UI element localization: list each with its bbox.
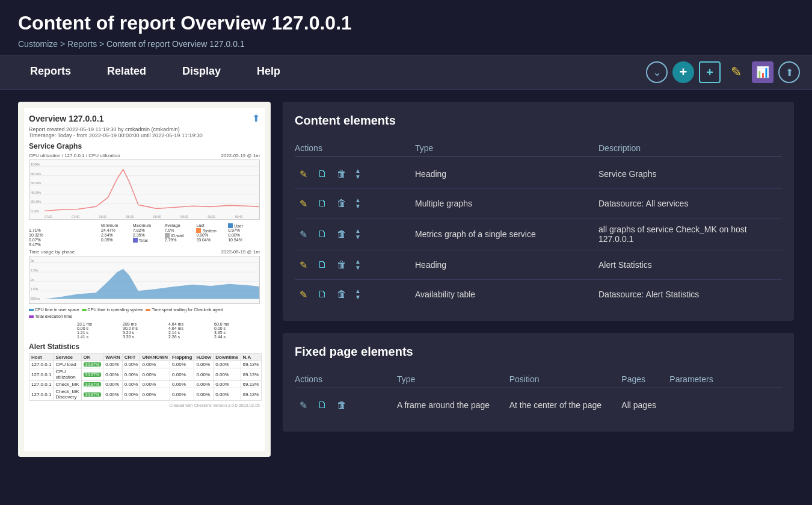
- preview-time-chart: 3s 2.50s 2s 1.50s 500ms: [29, 256, 260, 304]
- svg-text:3s: 3s: [31, 259, 34, 262]
- nav-help[interactable]: Help: [239, 55, 298, 89]
- fixed-row1-position: At the center of the page: [509, 400, 622, 410]
- svg-text:09:20: 09:20: [208, 215, 216, 218]
- sort-arrows[interactable]: ▲ ▼: [355, 228, 361, 240]
- row4-desc: Alert Statistics: [598, 260, 782, 270]
- copy-icon[interactable]: 🗋: [314, 166, 331, 182]
- svg-text:80.0%: 80.0%: [31, 172, 42, 176]
- copy-icon[interactable]: 🗋: [314, 195, 331, 212]
- pencil-icon[interactable]: ✎: [295, 286, 312, 303]
- svg-text:2s: 2s: [31, 277, 34, 281]
- nav-icons: ⌄ + + ✎ 📊 ⬆: [646, 61, 800, 83]
- pencil-icon[interactable]: ✎: [295, 195, 312, 212]
- breadcrumb-sep2: >: [99, 39, 106, 49]
- row3-type: Metrics graph of a single service: [415, 229, 598, 239]
- pencil-icon[interactable]: ✎: [295, 397, 312, 414]
- trash-icon[interactable]: 🗑: [333, 286, 350, 303]
- preview-stats-table: HostServiceOKWARNCRITUNKNOWNFlappingH.Do…: [29, 353, 262, 401]
- pencil-icon[interactable]: ✎: [295, 226, 312, 243]
- svg-text:2.50s: 2.50s: [31, 268, 38, 272]
- sort-arrows[interactable]: ▲ ▼: [355, 259, 361, 271]
- fixed-elements-title: Fixed page elements: [295, 345, 782, 359]
- row4-type: Heading: [415, 260, 598, 270]
- fixed-actions-header: Actions: [295, 374, 397, 384]
- svg-text:40.0%: 40.0%: [31, 190, 42, 194]
- trash-icon[interactable]: 🗑: [333, 256, 350, 273]
- row1-desc: Service Graphs: [598, 169, 782, 179]
- svg-text:09:00: 09:00: [180, 215, 188, 218]
- actions-header: Actions: [295, 143, 415, 153]
- row5-type: Availability table: [415, 290, 598, 299]
- copy-icon[interactable]: 🗋: [314, 397, 331, 414]
- row2-actions: ✎ 🗋 🗑 ▲ ▼: [295, 195, 415, 212]
- preview-inner: Overview 127.0.0.1 ⬆ Report created 2022…: [24, 108, 265, 451]
- preview-cpu-chart: 100% 80.0% 60.0% 40.0% 20.0% 0.0% 07:20 …: [29, 160, 260, 220]
- fixed-position-header: Position: [509, 374, 622, 384]
- pencil-icon[interactable]: ✎: [295, 166, 312, 182]
- nav-display[interactable]: Display: [164, 55, 239, 89]
- nav-related[interactable]: Related: [89, 55, 164, 89]
- row1-actions: ✎ 🗋 🗑 ▲ ▼: [295, 166, 415, 182]
- chevron-down-icon[interactable]: ⌄: [646, 61, 668, 83]
- breadcrumb: Customize > Reports > Content of report …: [18, 39, 794, 49]
- svg-text:09:40: 09:40: [235, 215, 243, 218]
- table-row: ✎ 🗋 🗑 ▲ ▼ Availability table Datasource:…: [295, 280, 782, 309]
- breadcrumb-sep1: >: [60, 39, 67, 49]
- breadcrumb-current: Content of report Overview 127.0.0.1: [106, 39, 245, 49]
- trash-icon[interactable]: 🗑: [333, 226, 350, 243]
- row3-actions: ✎ 🗋 🗑 ▲ ▼: [295, 226, 415, 243]
- preview-meta: Report created 2022-05-19 11:19:30 by cm…: [29, 126, 260, 138]
- row2-type: Multiple graphs: [415, 199, 598, 208]
- table-row: ✎ 🗋 🗑 A frame around the page At the cen…: [295, 391, 782, 420]
- chart-icon[interactable]: 📊: [752, 61, 774, 83]
- type-header: Type: [415, 143, 598, 153]
- sort-arrows[interactable]: ▲ ▼: [355, 288, 361, 300]
- description-header: Description: [598, 143, 782, 153]
- sort-arrows[interactable]: ▲ ▼: [355, 197, 361, 209]
- copy-icon[interactable]: 🗋: [314, 256, 331, 273]
- row3-desc: all graphs of service Check_MK on host 1…: [598, 225, 782, 244]
- right-panel: Content elements Actions Type Descriptio…: [283, 102, 794, 457]
- row5-desc: Datasource: Alert Statistics: [598, 290, 782, 299]
- table-row: ✎ 🗋 🗑 ▲ ▼ Heading Service Graphs: [295, 160, 782, 189]
- row2-desc: Datasource: All services: [598, 199, 782, 208]
- add-circle-icon[interactable]: +: [672, 61, 694, 83]
- svg-text:07:20: 07:20: [45, 215, 52, 218]
- pencil-icon[interactable]: ✎: [295, 256, 312, 273]
- fixed-row1-actions: ✎ 🗋 🗑: [295, 397, 397, 414]
- nav-bar: Reports Related Display Help ⌄ + + ✎ 📊 ⬆: [0, 55, 812, 90]
- svg-text:20.0%: 20.0%: [31, 199, 42, 203]
- row1-type: Heading: [415, 169, 598, 179]
- table-row: ✎ 🗋 🗑 ▲ ▼ Metrics graph of a single serv…: [295, 218, 782, 250]
- trash-icon[interactable]: 🗑: [333, 397, 350, 414]
- upload-icon[interactable]: ⬆: [778, 61, 800, 83]
- svg-text:500ms: 500ms: [31, 297, 40, 300]
- svg-text:100%: 100%: [31, 162, 40, 166]
- sort-arrows[interactable]: ▲ ▼: [355, 168, 361, 180]
- svg-text:07:40: 07:40: [72, 215, 79, 218]
- fixed-pages-header: Pages: [621, 374, 669, 384]
- copy-icon[interactable]: 🗋: [314, 226, 331, 243]
- breadcrumb-reports[interactable]: Reports: [67, 39, 97, 49]
- breadcrumb-customize[interactable]: Customize: [18, 39, 58, 49]
- fixed-row1-pages: All pages: [621, 400, 669, 410]
- main-content: Overview 127.0.0.1 ⬆ Report created 2022…: [0, 90, 812, 469]
- preview-panel: Overview 127.0.0.1 ⬆ Report created 2022…: [18, 102, 271, 457]
- fixed-page-elements-card: Fixed page elements Actions Type Positio…: [283, 333, 794, 432]
- svg-text:60.0%: 60.0%: [31, 181, 42, 185]
- page-title: Content of report Overview 127.0.0.1: [18, 12, 794, 34]
- copy-icon[interactable]: 🗋: [314, 286, 331, 303]
- nav-reports[interactable]: Reports: [12, 55, 89, 89]
- content-elements-card: Content elements Actions Type Descriptio…: [283, 102, 794, 321]
- trash-icon[interactable]: 🗑: [333, 195, 350, 212]
- pencil-edit-icon[interactable]: ✎: [725, 61, 747, 83]
- fixed-row1-type: A frame around the page: [397, 400, 509, 410]
- content-elements-title: Content elements: [295, 114, 782, 128]
- preview-title: Overview 127.0.0.1: [29, 114, 104, 123]
- add-square-icon[interactable]: +: [699, 61, 721, 83]
- preview-report-icon: ⬆: [252, 113, 260, 124]
- page-header: Content of report Overview 127.0.0.1 Cus…: [0, 0, 812, 55]
- preview-section-alert: Alert Statistics: [29, 342, 260, 351]
- trash-icon[interactable]: 🗑: [333, 166, 350, 182]
- fixed-elements-header: Actions Type Position Pages Parameters: [295, 371, 782, 388]
